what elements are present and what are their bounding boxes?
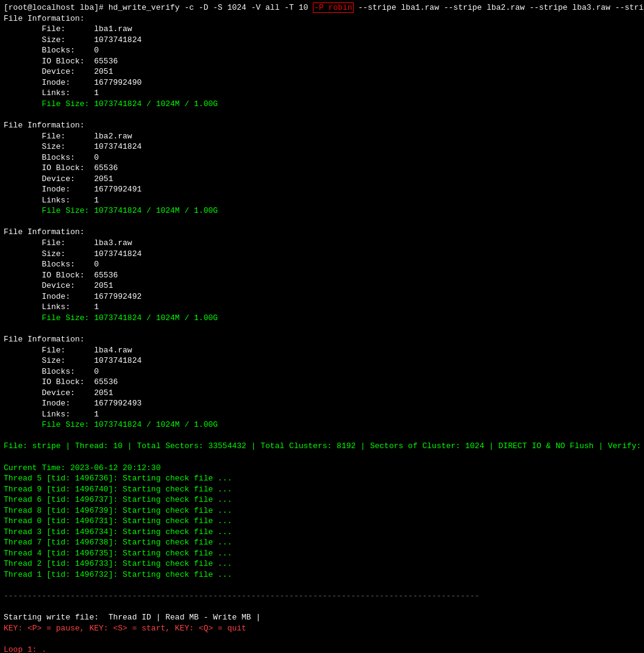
summary-line: File: stripe | Thread: 10 | Total Sector… — [4, 441, 640, 452]
thread-6: Thread 6 [tid: 1496737]: Starting check … — [4, 494, 640, 505]
blank-8 — [4, 633, 640, 644]
file-info-ioblock-2: IO Block: 65536 — [4, 163, 640, 174]
blank-5 — [4, 452, 640, 463]
file-info-inode-2: Inode: 1677992491 — [4, 184, 640, 195]
thread-8: Thread 8 [tid: 1496739]: Starting check … — [4, 505, 640, 516]
file-info-links-2: Links: 1 — [4, 195, 640, 206]
thread-0: Thread 0 [tid: 1496731]: Starting check … — [4, 516, 640, 527]
terminal: [root@localhost lba]# hd_write_verify -c… — [4, 2, 640, 653]
file-info-label-3: File Information: — [4, 227, 640, 238]
blank-2 — [4, 216, 640, 227]
file-info-blocks-4: Blocks: 0 — [4, 366, 640, 377]
file-info-links-1: Links: 1 — [4, 88, 640, 99]
file-info-inode-4: Inode: 1677992493 — [4, 398, 640, 409]
file-info-label-4: File Information: — [4, 334, 640, 345]
starting-write-line: Starting write file: Thread ID | Read MB… — [4, 612, 640, 623]
file-info-file-1: File: lba1.raw — [4, 24, 640, 35]
current-time-1: Current Time: 2023-06-12 20:12:30 — [4, 463, 640, 474]
file-info-links-3: Links: 1 — [4, 302, 640, 313]
file-info-ioblock-1: IO Block: 65536 — [4, 56, 640, 67]
thread-7: Thread 7 [tid: 1496738]: Starting check … — [4, 537, 640, 548]
loop-line: Loop 1: . — [4, 644, 640, 653]
thread-3: Thread 3 [tid: 1496734]: Starting check … — [4, 527, 640, 538]
file-info-label-2: File Information: — [4, 120, 640, 131]
key-line: KEY: <P> = pause, KEY: <S> = start, KEY:… — [4, 623, 640, 634]
blank-6 — [4, 580, 640, 591]
file-info-inode-3: Inode: 1677992492 — [4, 291, 640, 302]
command-line: [root@localhost lba]# hd_write_verify -c… — [4, 2, 640, 13]
file-info-size-3: Size: 1073741824 — [4, 249, 640, 260]
file-info-inode-1: Inode: 1677992490 — [4, 77, 640, 88]
thread-1: Thread 1 [tid: 1496732]: Starting check … — [4, 569, 640, 580]
file-info-blocks-2: Blocks: 0 — [4, 152, 640, 163]
thread-9: Thread 9 [tid: 1496740]: Starting check … — [4, 484, 640, 495]
file-info-filesize-1: File Size: 1073741824 / 1024M / 1.00G — [4, 99, 640, 110]
cmd-prefix: [root@localhost lba]# hd_write_verify -c… — [4, 3, 313, 12]
file-info-device-4: Device: 2051 — [4, 388, 640, 399]
file-info-ioblock-4: IO Block: 65536 — [4, 377, 640, 388]
blank-7 — [4, 602, 640, 613]
separator-line: ----------------------------------------… — [4, 591, 640, 602]
file-info-file-2: File: lba2.raw — [4, 131, 640, 142]
file-info-label-1: File Information: — [4, 13, 640, 24]
blank-3 — [4, 323, 640, 334]
file-info-size-2: Size: 1073741824 — [4, 141, 640, 152]
file-info-file-4: File: lba4.raw — [4, 345, 640, 356]
cmd-flag: -P robin — [313, 2, 353, 13]
file-info-filesize-3: File Size: 1073741824 / 1024M / 1.00G — [4, 313, 640, 324]
file-info-device-2: Device: 2051 — [4, 174, 640, 185]
cmd-suffix: --stripe lba1.raw --stripe lba2.raw --st… — [354, 3, 644, 12]
thread-5: Thread 5 [tid: 1496736]: Starting check … — [4, 473, 640, 484]
file-info-filesize-2: File Size: 1073741824 / 1024M / 1.00G — [4, 205, 640, 216]
file-info-file-3: File: lba3.raw — [4, 238, 640, 249]
file-info-ioblock-3: IO Block: 65536 — [4, 270, 640, 281]
file-info-size-4: Size: 1073741824 — [4, 355, 640, 366]
blank-1 — [4, 109, 640, 120]
file-info-size-1: Size: 1073741824 — [4, 35, 640, 46]
blank-4 — [4, 430, 640, 441]
thread-4: Thread 4 [tid: 1496735]: Starting check … — [4, 548, 640, 559]
file-info-blocks-1: Blocks: 0 — [4, 45, 640, 56]
file-info-links-4: Links: 1 — [4, 409, 640, 420]
file-info-filesize-4: File Size: 1073741824 / 1024M / 1.00G — [4, 419, 640, 430]
file-info-blocks-3: Blocks: 0 — [4, 259, 640, 270]
file-info-device-3: Device: 2051 — [4, 280, 640, 291]
thread-2: Thread 2 [tid: 1496733]: Starting check … — [4, 558, 640, 569]
file-info-device-1: Device: 2051 — [4, 66, 640, 77]
